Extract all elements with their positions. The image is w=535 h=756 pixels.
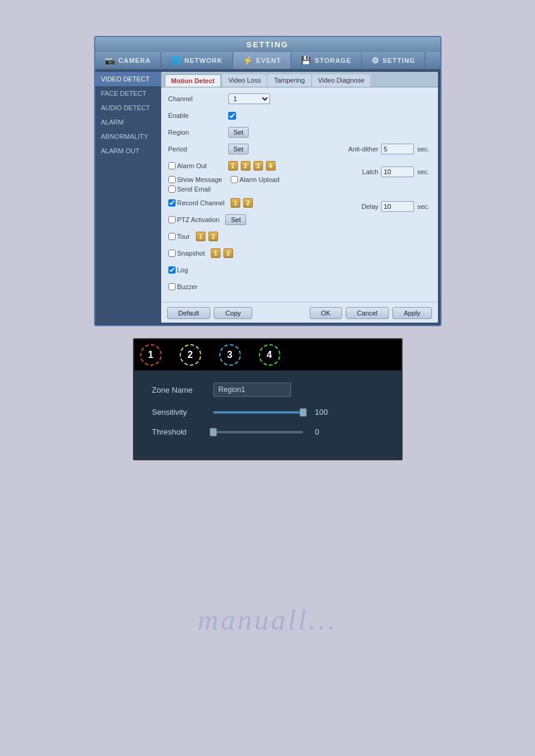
enable-checkbox[interactable] — [228, 112, 236, 120]
ptz-label: PTZ Activation — [177, 216, 220, 223]
enable-label: Enable — [168, 112, 228, 119]
channel-row: Channel 1 2 3 4 — [168, 92, 431, 105]
nav-storage[interactable]: 💾 STORAGE — [291, 52, 361, 69]
buzzer-row: Buzzer — [168, 280, 335, 293]
alarm-out-checkbox[interactable] — [168, 162, 176, 169]
form-col-right: Anti-dither sec. Latch sec. — [335, 142, 431, 297]
show-message-checkbox[interactable] — [168, 176, 176, 183]
main-content: VIDEO DETECT FACE DETECT AUDIO DETECT AL… — [95, 69, 440, 325]
record-channel-btn-1[interactable]: 1 — [231, 198, 240, 208]
record-channel-checkbox[interactable] — [168, 199, 176, 207]
alarm-out-btn-1[interactable]: 1 — [228, 161, 238, 171]
send-email-checkbox[interactable] — [168, 186, 176, 193]
region-control: Set — [228, 127, 431, 138]
alarm-out-btn-4[interactable]: 4 — [266, 161, 276, 171]
zone-name-input[interactable] — [213, 382, 291, 397]
record-channel-item: Record Channel — [168, 199, 225, 207]
snapshot-item: Snapshot — [168, 250, 205, 257]
show-message-item: Show Message — [168, 176, 222, 183]
alarm-out-checkbox-item: Alarm Out — [168, 162, 222, 169]
default-button[interactable]: Default — [167, 307, 211, 319]
snapshot-checkbox[interactable] — [168, 250, 176, 257]
region-tab-2[interactable]: 2 — [180, 344, 201, 366]
buzzer-checkbox[interactable] — [168, 283, 176, 290]
enable-row: Enable — [168, 109, 431, 122]
copy-button[interactable]: Copy — [214, 307, 252, 319]
sensitivity-value: 100 — [315, 408, 328, 417]
message-row: Show Message Alarm Upload Send Email — [168, 176, 335, 193]
tab-tampering[interactable]: Tampering — [268, 74, 310, 87]
nav-setting[interactable]: ⚙ SETTING — [362, 52, 426, 69]
ptz-item: PTZ Activation — [168, 216, 220, 223]
region-tab-3[interactable]: 3 — [219, 344, 241, 366]
period-set-button[interactable]: Set — [228, 144, 249, 154]
ok-button[interactable]: OK — [310, 307, 342, 319]
region-tab-4[interactable]: 4 — [259, 344, 280, 366]
anti-dither-input[interactable] — [381, 144, 414, 154]
region-tab-1[interactable]: 1 — [140, 344, 162, 366]
cancel-button[interactable]: Cancel — [346, 307, 389, 319]
threshold-track — [213, 431, 303, 433]
alarm-out-btn-2[interactable]: 2 — [241, 161, 250, 171]
tour-nums: 1 2 — [196, 232, 335, 241]
latch-label: Latch — [340, 168, 379, 175]
nav-event[interactable]: ⚡ EVENT — [233, 52, 292, 69]
nav-storage-label: STORAGE — [315, 57, 351, 64]
record-channel-label: Record Channel — [177, 199, 225, 207]
setting-title: SETTING — [95, 37, 440, 52]
channel-control: 1 2 3 4 — [228, 93, 431, 104]
send-email-label: Send Email — [177, 186, 211, 193]
ptz-checkbox[interactable] — [168, 216, 176, 223]
alarm-out-btn-3[interactable]: 3 — [253, 161, 263, 171]
region-set-button[interactable]: Set — [228, 127, 249, 138]
period-control: Set — [228, 144, 335, 154]
sub-tabs: Motion Detect Video Loss Tampering Video… — [161, 72, 438, 87]
sidebar-item-video-detect[interactable]: VIDEO DETECT — [95, 72, 161, 86]
apply-button[interactable]: Apply — [392, 307, 432, 319]
threshold-thumb[interactable] — [210, 428, 217, 436]
sidebar-item-alarm[interactable]: ALARM — [95, 115, 161, 129]
sidebar-item-audio-detect[interactable]: AUDIO DETECT — [95, 101, 161, 115]
nav-network[interactable]: 🌐 NETWORK — [161, 52, 233, 69]
bottom-buttons: Default Copy OK Cancel Apply — [161, 302, 438, 323]
top-nav: 📷 CAMERA 🌐 NETWORK ⚡ EVENT 💾 STORAGE ⚙ S… — [95, 52, 440, 69]
title-text: SETTING — [246, 40, 288, 49]
bottom-right-buttons: OK Cancel Apply — [310, 307, 432, 319]
sidebar-item-face-detect[interactable]: FACE DETECT — [95, 86, 161, 101]
sidebar-item-abnormality[interactable]: ABNORMALITY — [95, 129, 161, 144]
anti-dither-label: Anti-dither — [340, 145, 379, 153]
threshold-row: Threshold 0 — [152, 427, 383, 436]
alarm-upload-checkbox[interactable] — [231, 176, 238, 183]
snapshot-btn-1[interactable]: 1 — [211, 248, 220, 258]
record-channel-nums: 1 2 — [231, 198, 335, 208]
threshold-value: 0 — [315, 427, 319, 436]
tour-btn-2[interactable]: 2 — [208, 232, 218, 241]
tour-row: Tour 1 2 — [168, 230, 335, 243]
tour-btn-1[interactable]: 1 — [196, 232, 205, 241]
channel-label: Channel — [168, 95, 228, 102]
bottom-left-buttons: Default Copy — [167, 307, 253, 319]
nav-camera[interactable]: 📷 CAMERA — [95, 52, 161, 69]
region-tabs-bar: 1 2 3 4 — [134, 339, 401, 371]
latch-unit: sec. — [418, 168, 430, 175]
zone-name-label: Zone Name — [152, 385, 206, 394]
record-channel-btn-2[interactable]: 2 — [243, 198, 253, 208]
log-checkbox[interactable] — [168, 266, 176, 274]
record-channel-row: Record Channel 1 2 — [168, 196, 335, 210]
latch-input[interactable] — [381, 166, 414, 177]
tour-checkbox[interactable] — [168, 233, 176, 240]
tab-video-diagnose[interactable]: Video Diagnose — [312, 74, 370, 87]
delay-input[interactable] — [381, 201, 414, 212]
show-message-label: Show Message — [177, 176, 222, 183]
send-email-item: Send Email — [168, 186, 211, 193]
snapshot-btn-2[interactable]: 2 — [223, 248, 233, 258]
sensitivity-thumb[interactable] — [300, 408, 307, 417]
threshold-label: Threshold — [152, 427, 206, 436]
ptz-set-button[interactable]: Set — [225, 214, 246, 225]
event-icon: ⚡ — [243, 56, 253, 65]
sidebar-item-alarm-out[interactable]: ALARM OUT — [95, 144, 161, 158]
anti-dither-row: Anti-dither sec. — [340, 144, 431, 154]
tab-video-loss[interactable]: Video Loss — [222, 74, 267, 87]
channel-select[interactable]: 1 2 3 4 — [228, 93, 270, 104]
tab-motion-detect[interactable]: Motion Detect — [165, 74, 222, 87]
